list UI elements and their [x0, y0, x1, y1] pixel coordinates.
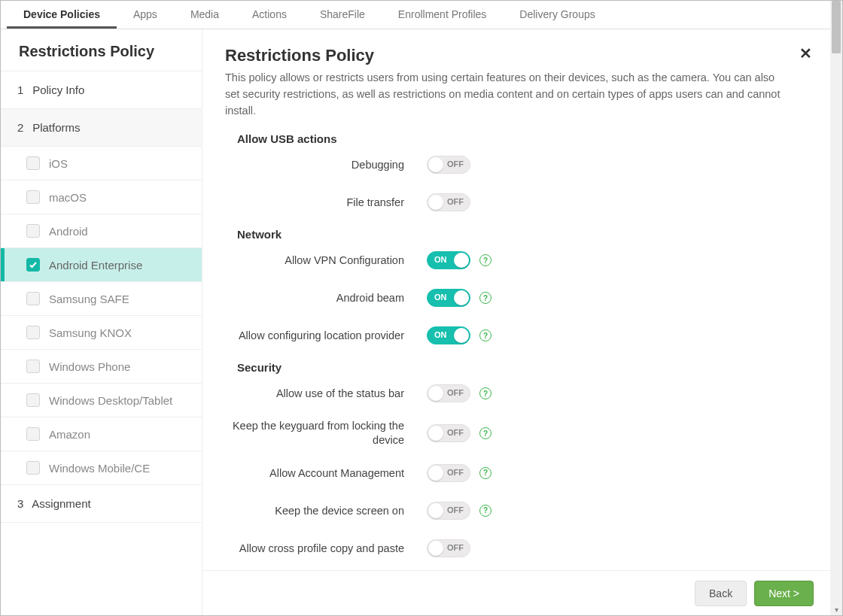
sidebar: Restrictions Policy 1 Policy Info 2 Plat…	[1, 29, 202, 615]
tab-device-policies[interactable]: Device Policies	[7, 0, 117, 29]
step-platforms[interactable]: 2 Platforms	[1, 109, 202, 147]
toggle-knob	[428, 195, 443, 210]
platform-ios[interactable]: iOS	[1, 147, 202, 181]
toggle[interactable]: ON	[427, 251, 470, 269]
setting-label: Allow Account Management	[225, 466, 427, 481]
checkbox-icon[interactable]	[26, 326, 40, 339]
back-button[interactable]: Back	[695, 581, 747, 606]
toggle-knob	[454, 328, 469, 343]
platform-samsung-knox[interactable]: Samsung KNOX	[1, 316, 202, 350]
scrollbar-thumb[interactable]	[832, 1, 841, 53]
platform-label: Samsung KNOX	[49, 326, 132, 339]
toggle-text: OFF	[447, 468, 464, 477]
tab-media[interactable]: Media	[174, 0, 236, 29]
platform-macos[interactable]: macOS	[1, 181, 202, 214]
platform-windows-phone[interactable]: Windows Phone	[1, 350, 202, 384]
toggle-text: ON	[434, 255, 447, 264]
platform-label: Windows Phone	[49, 360, 130, 373]
toggle[interactable]: OFF	[427, 424, 470, 442]
setting-control: ON?	[427, 326, 491, 344]
toggle-knob	[454, 290, 469, 305]
platform-amazon[interactable]: Amazon	[1, 417, 202, 451]
platform-label: Android Enterprise	[49, 259, 142, 272]
setting-row: Allow cross profile copy and pasteOFF	[225, 536, 808, 560]
setting-row: Allow VPN ConfigurationON?	[225, 248, 808, 272]
setting-control: OFF?	[427, 384, 491, 402]
toggle[interactable]: OFF	[427, 539, 470, 557]
setting-row: File transferOFF	[225, 190, 808, 214]
tab-delivery-groups[interactable]: Delivery Groups	[503, 0, 611, 29]
setting-row: Allow Account ManagementOFF?	[225, 461, 808, 485]
step-label: Assignment	[32, 497, 90, 510]
main-panel: ✕ Restrictions Policy This policy allows…	[202, 29, 830, 615]
checkbox-icon[interactable]	[26, 427, 40, 441]
platform-label: Android	[49, 225, 88, 238]
step-assignment[interactable]: 3 Assignment	[1, 485, 202, 523]
platform-windows-mobile-ce[interactable]: Windows Mobile/CE	[1, 451, 202, 485]
footer: Back Next >	[202, 570, 830, 615]
tab-apps[interactable]: Apps	[117, 0, 174, 29]
step-label: Policy Info	[32, 83, 84, 96]
setting-label: Debugging	[225, 158, 427, 172]
toggle[interactable]: ON	[427, 289, 470, 307]
help-icon[interactable]: ?	[479, 254, 491, 266]
setting-label: Android beam	[225, 291, 427, 305]
checkbox-icon[interactable]	[26, 292, 40, 305]
section-title-network: Network	[237, 228, 808, 241]
setting-label: File transfer	[225, 196, 427, 210]
platform-label: Amazon	[49, 428, 90, 441]
toggle[interactable]: OFF	[427, 464, 470, 482]
toggle-text: OFF	[447, 197, 464, 206]
setting-row: Allow configuring location providerON?	[225, 323, 808, 347]
tab-actions[interactable]: Actions	[236, 0, 303, 29]
checkbox-icon[interactable]	[26, 190, 40, 204]
help-icon[interactable]: ?	[479, 467, 491, 479]
next-button[interactable]: Next >	[754, 581, 814, 606]
checkbox-icon[interactable]	[26, 258, 40, 272]
page-description: This policy allows or restricts users fr…	[225, 70, 782, 119]
platform-android[interactable]: Android	[1, 214, 202, 248]
toggle-text: OFF	[447, 388, 464, 397]
setting-control: OFF?	[427, 464, 491, 482]
setting-label: Allow use of the status bar	[225, 387, 427, 401]
setting-control: OFF	[427, 539, 470, 557]
step-label: Platforms	[32, 121, 80, 134]
platform-windows-desktop-tablet[interactable]: Windows Desktop/Tablet	[1, 384, 202, 417]
help-icon[interactable]: ?	[479, 427, 491, 439]
sidebar-title: Restrictions Policy	[1, 29, 202, 71]
tab-enrollment-profiles[interactable]: Enrollment Profiles	[382, 0, 504, 29]
step-number: 2	[17, 121, 29, 134]
setting-control: OFF?	[427, 424, 491, 442]
toggle-knob	[428, 466, 443, 481]
toggle[interactable]: OFF	[427, 502, 470, 520]
toggle[interactable]: OFF	[427, 384, 470, 402]
platform-samsung-safe[interactable]: Samsung SAFE	[1, 282, 202, 316]
tab-sharefile[interactable]: ShareFile	[303, 0, 382, 29]
toggle-knob	[428, 426, 443, 441]
setting-row: Keep the keyguard from locking the devic…	[225, 419, 808, 448]
platform-android-enterprise[interactable]: Android Enterprise	[1, 248, 202, 282]
setting-control: ON?	[427, 251, 491, 269]
help-icon[interactable]: ?	[479, 387, 491, 399]
help-icon[interactable]: ?	[479, 329, 491, 341]
checkbox-icon[interactable]	[26, 360, 40, 373]
close-icon[interactable]: ✕	[799, 44, 812, 62]
step-number: 1	[17, 83, 29, 96]
checkbox-icon[interactable]	[26, 461, 40, 475]
step-policy-info[interactable]: 1 Policy Info	[1, 71, 202, 109]
checkbox-icon[interactable]	[26, 393, 40, 407]
setting-row: DebuggingOFF	[225, 153, 808, 177]
toggle-text: OFF	[447, 505, 464, 514]
scroll-down-icon[interactable]: ▾	[830, 603, 842, 615]
toggle[interactable]: OFF	[427, 156, 470, 174]
platform-label: Windows Mobile/CE	[49, 462, 150, 475]
scrollbar[interactable]: ▾	[830, 1, 842, 615]
help-icon[interactable]: ?	[479, 292, 491, 304]
toggle-knob	[428, 541, 443, 556]
help-icon[interactable]: ?	[479, 505, 491, 517]
toggle[interactable]: OFF	[427, 193, 470, 211]
toggle[interactable]: ON	[427, 326, 470, 344]
checkbox-icon[interactable]	[26, 224, 40, 238]
checkbox-icon[interactable]	[26, 156, 40, 170]
setting-control: OFF?	[427, 502, 491, 520]
